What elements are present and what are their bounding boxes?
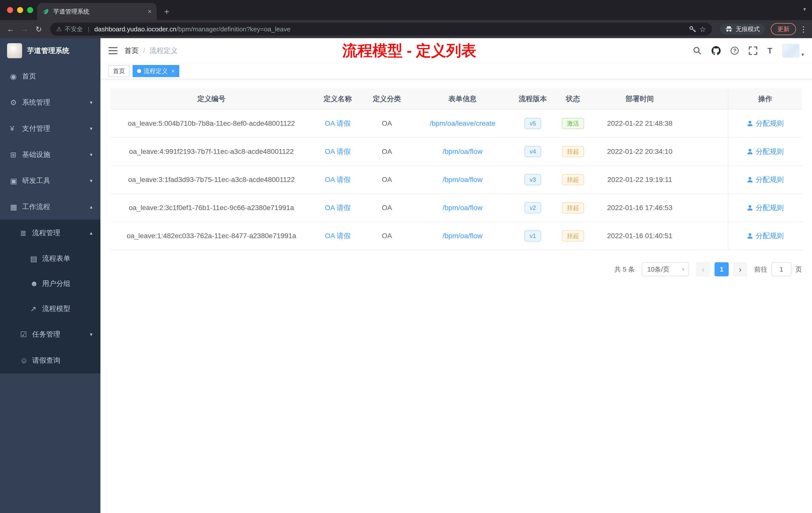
- back-button[interactable]: ←: [4, 25, 17, 33]
- sidebar-item-task-management[interactable]: ☑ 任务管理 ▾: [0, 321, 100, 348]
- deploy-time: 2022-01-22 21:48:38: [607, 119, 672, 127]
- tab-close-icon[interactable]: ×: [148, 7, 152, 16]
- assign-rule-link[interactable]: 分配规则: [747, 119, 784, 128]
- table-row: oa_leave:1:482ec033-762a-11ec-8477-a2380…: [111, 222, 802, 250]
- definition-name-link[interactable]: OA 请假: [325, 204, 351, 212]
- form-info-link[interactable]: /bpm/oa/flow: [443, 148, 483, 155]
- sidebar-item-label: 流程表单: [42, 254, 92, 263]
- infrastructure-icon: ⊞: [10, 150, 22, 159]
- form-info-link[interactable]: /bpm/oa/flow: [443, 176, 483, 183]
- omnibox-divider: |: [88, 26, 89, 33]
- tab-search-chevron-icon[interactable]: ▾: [803, 6, 806, 12]
- navbar-icons: ? T ▾: [693, 44, 804, 58]
- incognito-badge: 无痕模式: [720, 24, 765, 35]
- breadcrumb-home[interactable]: 首页: [124, 46, 139, 56]
- new-tab-button[interactable]: +: [161, 6, 173, 17]
- logo-title: 芋道管理系统: [27, 46, 69, 56]
- column-header-id: 定义编号: [197, 95, 226, 103]
- sidebar-logo[interactable]: 芋道管理系统: [0, 38, 100, 63]
- chevron-down-icon: ▾: [90, 178, 92, 184]
- sidebar-item-label: 用户分组: [42, 279, 92, 289]
- assign-rule-link[interactable]: 分配规则: [747, 203, 784, 213]
- sidebar-item-process-model[interactable]: ↗ 流程模型: [0, 296, 100, 321]
- version-tag: v2: [524, 202, 541, 213]
- sidebar-item-label: 研发工具: [22, 176, 90, 185]
- prev-page-button[interactable]: ‹: [696, 262, 710, 276]
- user-icon: [747, 205, 753, 211]
- browser-tab[interactable]: 芋道管理系统 ×: [37, 3, 157, 20]
- sidebar-item-workflow[interactable]: ▦ 工作流程 ▴: [0, 194, 100, 220]
- definition-name-link[interactable]: OA 请假: [325, 232, 351, 240]
- reload-button[interactable]: ↻: [32, 25, 45, 34]
- sidebar-item-process-management[interactable]: ≣ 流程管理 ▴: [0, 220, 100, 246]
- app-navbar: 首页 / 流程定义 流程模型 - 定义列表 ? T: [100, 38, 812, 63]
- page-title-annotation: 流程模型 - 定义列表: [342, 41, 476, 61]
- table-row: oa_leave:2:3c1f0ef1-76b1-11ec-9c66-a2380…: [111, 194, 802, 222]
- sidebar-item-user-group[interactable]: ☻ 用户分组: [0, 271, 100, 296]
- password-key-icon[interactable]: [689, 25, 696, 33]
- tab-title: 芋道管理系统: [53, 7, 144, 16]
- github-icon[interactable]: [712, 46, 721, 55]
- goto-page-input[interactable]: [771, 262, 791, 276]
- assign-rule-label: 分配规则: [756, 147, 784, 156]
- definition-table: 定义编号 定义名称 定义分类 表单信息 流程版本 状态 部署时间 操作 oa_l…: [111, 88, 802, 250]
- security-label[interactable]: 不安全: [65, 25, 83, 33]
- user-avatar-menu[interactable]: ▾: [782, 44, 804, 58]
- definition-name-link[interactable]: OA 请假: [325, 148, 351, 155]
- app-main: 芋道管理系统 ◉ 首页 ⚙ 系统管理 ▾ ¥ 支付管理 ▾ ⊞: [0, 38, 812, 513]
- definition-name-link[interactable]: OA 请假: [325, 176, 351, 183]
- sidebar-item-label: 基础设施: [22, 150, 90, 159]
- browser-update-button[interactable]: 更新: [771, 23, 796, 35]
- assign-rule-link[interactable]: 分配规则: [747, 231, 784, 241]
- definition-name-link[interactable]: OA 请假: [325, 119, 351, 127]
- sidebar-item-home[interactable]: ◉ 首页: [0, 63, 100, 89]
- tag-close-icon[interactable]: ×: [171, 67, 175, 74]
- address-bar[interactable]: ⚠ 不安全 | dashboard.yudao.iocoder.cn/bpm/m…: [50, 23, 712, 36]
- fullscreen-icon[interactable]: [749, 47, 757, 55]
- tag-process-definition[interactable]: 流程定义 ×: [133, 65, 179, 77]
- incognito-icon: [725, 26, 733, 32]
- assign-rule-link[interactable]: 分配规则: [747, 147, 784, 156]
- browser-menu-icon[interactable]: ⋮: [799, 25, 808, 34]
- assign-rule-link[interactable]: 分配规则: [747, 175, 784, 184]
- bookmark-star-icon[interactable]: ☆: [699, 25, 706, 34]
- user-group-icon: ☻: [30, 279, 42, 288]
- form-info-link[interactable]: /bpm/oa/flow: [443, 232, 483, 240]
- next-page-button[interactable]: ›: [733, 262, 747, 276]
- search-icon[interactable]: [693, 47, 701, 55]
- url-domain: dashboard.yudao.iocoder.cn: [94, 25, 176, 33]
- column-header-form: 表单信息: [448, 95, 476, 103]
- window-close-button[interactable]: [7, 7, 13, 13]
- assign-rule-label: 分配规则: [756, 119, 784, 128]
- sidebar-item-devtools[interactable]: ▣ 研发工具 ▾: [0, 168, 100, 194]
- help-icon[interactable]: ?: [731, 47, 739, 55]
- forward-button[interactable]: →: [18, 25, 31, 33]
- avatar-caret-icon: ▾: [802, 52, 804, 58]
- devtools-icon: ▣: [10, 176, 22, 185]
- sidebar-item-infrastructure[interactable]: ⊞ 基础设施 ▾: [0, 142, 100, 168]
- page-size-select[interactable]: 10条/页 ▾: [642, 262, 689, 276]
- page-unit-label: 页: [795, 265, 802, 274]
- sidebar-menu: ◉ 首页 ⚙ 系统管理 ▾ ¥ 支付管理 ▾ ⊞ 基础设施 ▾: [0, 63, 100, 373]
- form-info-link[interactable]: /bpm/oa/flow: [443, 204, 483, 212]
- sidebar-fold-icon[interactable]: [109, 47, 117, 55]
- window-zoom-button[interactable]: [27, 7, 33, 13]
- window-minimize-button[interactable]: [17, 7, 23, 13]
- sidebar-item-payment[interactable]: ¥ 支付管理 ▾: [0, 116, 100, 142]
- sidebar-item-process-form[interactable]: ▤ 流程表单: [0, 246, 100, 271]
- gear-icon: ⚙: [10, 98, 22, 107]
- breadcrumb-current: 流程定义: [150, 46, 178, 56]
- process-management-icon: ≣: [20, 229, 32, 237]
- sidebar-item-system-management[interactable]: ⚙ 系统管理 ▾: [0, 89, 100, 116]
- column-header-action: 操作: [758, 95, 772, 103]
- tag-home[interactable]: 首页: [109, 65, 129, 77]
- status-tag: 挂起: [562, 202, 584, 213]
- form-info-link[interactable]: /bpm/oa/leave/create: [430, 119, 495, 127]
- deploy-time: 2022-01-22 20:34:10: [607, 148, 672, 155]
- definition-category: OA: [382, 148, 392, 155]
- sidebar-item-label: 流程模型: [42, 304, 92, 313]
- definition-category: OA: [382, 204, 392, 212]
- font-size-icon[interactable]: T: [767, 46, 772, 56]
- current-page-button[interactable]: 1: [715, 262, 729, 276]
- sidebar-item-leave-query[interactable]: ☺ 请假查询: [0, 348, 100, 373]
